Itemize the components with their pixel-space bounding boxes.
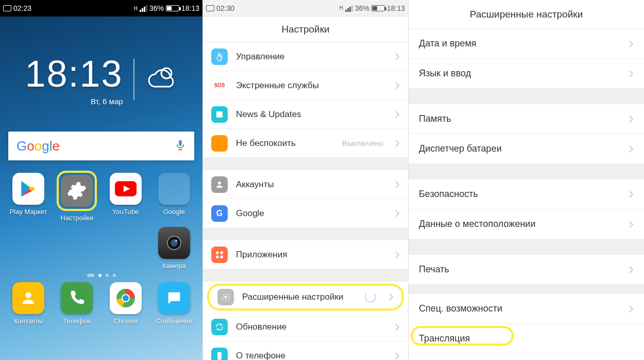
row-datetime[interactable]: Дата и время <box>409 29 644 59</box>
dock-phone[interactable]: Телефон <box>53 282 101 325</box>
contacts-icon <box>12 282 44 314</box>
row-news-updates[interactable]: News & Updates <box>203 100 408 129</box>
hand-icon <box>211 48 228 65</box>
record-time: 02:23 <box>13 4 31 12</box>
row-emergency[interactable]: SOS Экстренные службы <box>203 71 408 100</box>
chevron-right-icon <box>395 110 400 119</box>
svg-rect-13 <box>216 111 223 118</box>
phone-info-icon <box>211 348 228 361</box>
row-accessibility[interactable]: Спец. возможности <box>409 294 644 324</box>
clock-widget[interactable]: 18:13 Вт, 6 мар <box>0 53 202 106</box>
row-label: Аккаунты <box>236 179 386 190</box>
update-icon <box>211 319 228 335</box>
app-camera[interactable]: Камера <box>150 227 198 270</box>
advanced-settings-panel: Расширенные настройки Дата и время Язык … <box>409 0 644 360</box>
row-accounts[interactable]: Аккаунты <box>203 170 408 199</box>
dock-chrome[interactable]: Chrome <box>101 282 150 325</box>
phone-icon <box>61 282 93 314</box>
row-print[interactable]: Печать <box>409 255 644 285</box>
app-folder-google[interactable]: Google <box>150 173 198 222</box>
row-label: Управление <box>236 52 386 62</box>
widget-divider <box>133 59 134 100</box>
network-type: H <box>134 6 138 11</box>
chevron-right-icon <box>629 190 634 199</box>
row-update[interactable]: Обновление <box>203 313 408 341</box>
record-icon <box>206 5 214 11</box>
section-gap <box>409 164 644 179</box>
app-youtube[interactable]: YouTube <box>101 173 150 222</box>
settings-list[interactable]: Управление SOS Экстренные службы News & … <box>203 42 408 360</box>
advanced-list[interactable]: Дата и время Язык и ввод Память Диспетче… <box>409 29 644 354</box>
row-apps[interactable]: Приложения <box>203 240 408 269</box>
youtube-icon <box>110 173 142 205</box>
dock-label: Телефон <box>63 317 91 325</box>
row-location[interactable]: Данные о местоположении <box>409 209 644 239</box>
homescreen: 02:23 H 36% 18:13 18:13 Вт, 6 мар Google <box>0 0 202 360</box>
row-security[interactable]: Безопасность <box>409 179 644 209</box>
gear-icon <box>61 175 93 207</box>
mic-icon[interactable] <box>175 139 186 153</box>
chevron-right-icon <box>395 209 400 218</box>
chevron-right-icon <box>629 40 634 48</box>
chevron-right-icon <box>395 139 400 148</box>
google-search-bar[interactable]: Google <box>8 132 194 160</box>
row-label: Расширенные настройки <box>242 292 357 302</box>
chevron-right-icon <box>629 220 634 228</box>
google-icon: G <box>211 205 228 222</box>
row-control[interactable]: Управление <box>203 42 408 71</box>
status-clock: 18:13 <box>387 4 405 12</box>
dock-label: Контакты <box>14 317 43 325</box>
battery-icon <box>166 5 179 11</box>
signal-icon <box>345 5 353 12</box>
section-gap <box>409 89 644 104</box>
chevron-right-icon <box>629 70 634 78</box>
row-about-phone[interactable]: О телефоне <box>203 341 408 360</box>
battery-text: 36% <box>355 4 369 12</box>
row-label: Спец. возможности <box>419 303 620 314</box>
row-memory[interactable]: Память <box>409 104 644 134</box>
dock-contacts[interactable]: Контакты <box>4 282 53 325</box>
row-battery[interactable]: Диспетчер батареи <box>409 134 644 164</box>
status-bar: 02:30 H 36% 18:13 <box>203 0 408 17</box>
chevron-right-icon <box>395 81 400 90</box>
row-label: Приложения <box>236 250 386 260</box>
row-cast[interactable]: Трансляция <box>409 324 644 354</box>
chevron-right-icon <box>629 305 634 313</box>
row-language[interactable]: Язык и ввод <box>409 59 644 89</box>
row-dnd[interactable]: Не беспокоить Выключено <box>203 129 408 158</box>
app-grid: Play Маркет Настройки YouTube <box>4 173 198 270</box>
row-label: О телефоне <box>236 351 386 361</box>
news-icon <box>211 106 228 123</box>
loading-spinner-icon <box>365 291 376 303</box>
app-label: YouTube <box>112 208 139 216</box>
dock-label: Сообщения <box>156 317 193 325</box>
chevron-right-icon <box>629 115 634 123</box>
weather-icon <box>145 62 178 97</box>
app-label: Play Маркет <box>10 208 47 216</box>
row-label: Язык и ввод <box>419 68 620 79</box>
svg-rect-15 <box>216 251 218 254</box>
app-play-market[interactable]: Play Маркет <box>4 173 53 222</box>
chevron-right-icon <box>388 293 394 301</box>
chevron-right-icon <box>395 181 400 189</box>
row-label: Обновление <box>236 322 386 332</box>
row-advanced-settings[interactable]: Расширенные настройки <box>207 284 404 310</box>
dock-messages[interactable]: Сообщения <box>150 282 198 325</box>
section-gap <box>409 239 644 255</box>
svg-rect-16 <box>221 251 223 254</box>
widget-date: Вт, 6 мар <box>25 97 123 106</box>
moon-icon <box>211 135 228 152</box>
row-label: Печать <box>419 264 620 275</box>
widget-time: 18:13 <box>25 53 123 95</box>
svg-rect-17 <box>216 255 218 258</box>
camera-icon <box>158 227 190 259</box>
app-settings[interactable]: Настройки <box>53 171 101 222</box>
row-label: Безопасность <box>419 189 620 200</box>
row-label: News & Updates <box>236 109 386 120</box>
record-time: 02:30 <box>216 4 234 12</box>
row-label: Не беспокоить <box>236 138 334 149</box>
homescreen-panel: 02:23 H 36% 18:13 18:13 Вт, 6 мар Google <box>0 0 202 360</box>
app-label: Google <box>163 208 185 216</box>
dock: Контакты Телефон Chrome Сообщения <box>4 282 198 325</box>
row-google[interactable]: G Google <box>203 199 408 228</box>
